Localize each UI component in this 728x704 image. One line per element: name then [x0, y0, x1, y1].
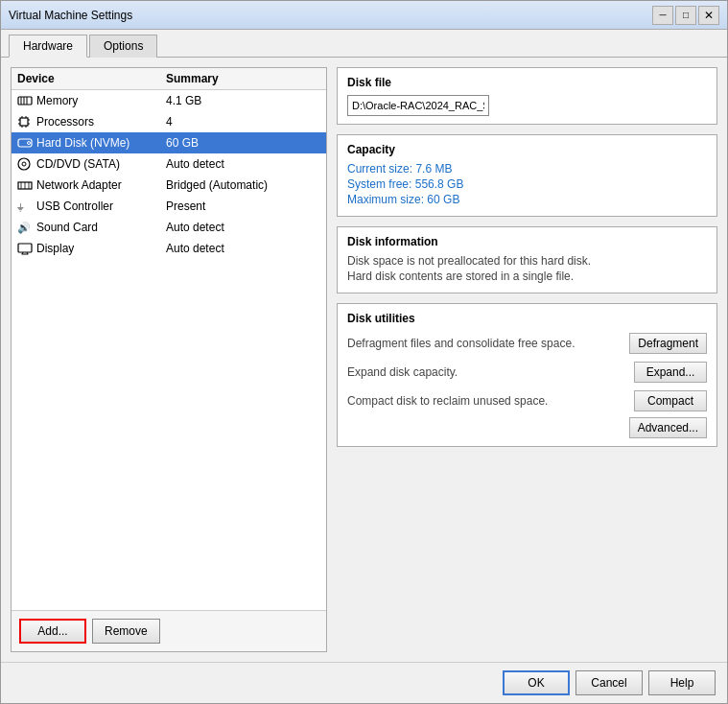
- device-summary-soundcard: Auto detect: [166, 221, 320, 234]
- device-row-usb[interactable]: ⏚ USB Controller Present: [12, 196, 326, 217]
- device-name-harddisk: Hard Disk (NVMe): [36, 136, 166, 150]
- svg-rect-13: [18, 139, 32, 147]
- device-summary-display: Auto detect: [166, 242, 320, 255]
- tab-hardware[interactable]: Hardware: [9, 35, 87, 58]
- system-free-row: System free: 556.8 GB: [347, 177, 707, 191]
- window-title: Virtual Machine Settings: [9, 9, 652, 22]
- col-summary-header: Summary: [166, 72, 320, 85]
- close-button[interactable]: ✕: [698, 6, 719, 25]
- col-device-header: Device: [17, 72, 166, 85]
- max-size-value: 60 GB: [427, 193, 459, 206]
- current-size-row: Current size: 7.6 MB: [347, 162, 707, 176]
- device-list: Memory 4.1 GB Processors 4 Hard Di: [12, 90, 326, 610]
- max-size-label: Maximum size:: [347, 193, 424, 206]
- tab-options[interactable]: Options: [89, 35, 157, 58]
- disk-info-line2: Hard disk contents are stored in a singl…: [347, 270, 707, 283]
- usb-icon: ⏚: [17, 200, 33, 212]
- cdrom-icon: [17, 158, 33, 170]
- svg-point-16: [22, 162, 26, 166]
- cpu-icon: [17, 116, 33, 128]
- device-name-soundcard: Sound Card: [36, 221, 166, 234]
- remove-button[interactable]: Remove: [92, 619, 160, 644]
- device-summary-usb: Present: [166, 199, 320, 213]
- svg-point-15: [18, 158, 30, 170]
- disk-info-line1: Disk space is not preallocated for this …: [347, 254, 707, 268]
- maximize-button[interactable]: □: [675, 6, 696, 25]
- svg-rect-0: [18, 97, 32, 105]
- disk-info-label: Disk information: [347, 235, 707, 248]
- minimize-button[interactable]: ─: [652, 6, 673, 25]
- device-row-memory[interactable]: Memory 4.1 GB: [12, 90, 326, 111]
- defrag-row: Defragment files and consolidate free sp…: [347, 331, 707, 356]
- help-button[interactable]: Help: [648, 670, 716, 695]
- svg-point-14: [28, 142, 31, 145]
- device-row-display[interactable]: Display Auto detect: [12, 238, 326, 259]
- device-name-cddvd: CD/DVD (SATA): [36, 157, 166, 171]
- device-row-cddvd[interactable]: CD/DVD (SATA) Auto detect: [12, 153, 326, 175]
- display-icon: [17, 243, 33, 254]
- system-free-label: System free:: [347, 177, 411, 191]
- capacity-label: Capacity: [347, 143, 707, 156]
- disk-file-label: Disk file: [347, 76, 707, 89]
- device-summary-harddisk: 60 GB: [166, 136, 320, 150]
- title-bar-controls: ─ □ ✕: [652, 6, 719, 25]
- device-name-memory: Memory: [36, 94, 166, 107]
- advanced-row: Advanced...: [347, 417, 707, 438]
- add-button[interactable]: Add...: [19, 619, 86, 644]
- device-name-network: Network Adapter: [36, 178, 166, 192]
- bottom-bar: OK Cancel Help: [1, 662, 727, 703]
- expand-row: Expand disk capacity. Expand...: [347, 360, 707, 385]
- compact-button[interactable]: Compact: [634, 390, 707, 411]
- device-name-display: Display: [36, 242, 166, 255]
- expand-button[interactable]: Expand...: [634, 362, 707, 383]
- hdd-icon: [17, 137, 33, 149]
- expand-label: Expand disk capacity.: [347, 365, 634, 379]
- svg-rect-4: [20, 118, 28, 126]
- memory-icon: [17, 95, 33, 106]
- max-size-row: Maximum size: 60 GB: [347, 193, 707, 206]
- device-summary-cddvd: Auto detect: [166, 157, 320, 171]
- disk-file-section: Disk file: [337, 67, 717, 125]
- system-free-value: 556.8 GB: [415, 177, 464, 191]
- disk-file-input[interactable]: [347, 95, 489, 116]
- device-name-processors: Processors: [36, 115, 166, 129]
- device-row-soundcard[interactable]: 🔊 Sound Card Auto detect: [12, 217, 326, 238]
- right-panel: Disk file Capacity Current size: 7.6 MB …: [337, 67, 717, 652]
- compact-label: Compact disk to reclaim unused space.: [347, 394, 634, 408]
- device-list-panel: Device Summary Memory 4.1 GB Pr: [11, 67, 327, 652]
- disk-utilities-section: Disk utilities Defragment files and cons…: [337, 303, 717, 447]
- device-row-network[interactable]: Network Adapter Bridged (Automatic): [12, 175, 326, 196]
- cancel-button[interactable]: Cancel: [575, 670, 643, 695]
- virtual-machine-settings-window: Virtual Machine Settings ─ □ ✕ Hardware …: [0, 0, 728, 704]
- disk-info-section: Disk information Disk space is not preal…: [337, 226, 717, 293]
- device-summary-processors: 4: [166, 115, 320, 129]
- device-summary-network: Bridged (Automatic): [166, 178, 320, 192]
- compact-row: Compact disk to reclaim unused space. Co…: [347, 388, 707, 413]
- device-row-processors[interactable]: Processors 4: [12, 111, 326, 132]
- network-icon: [17, 179, 33, 191]
- defragment-button[interactable]: Defragment: [629, 333, 707, 354]
- left-panel-footer: Add... Remove: [12, 610, 326, 651]
- tabs-bar: Hardware Options: [1, 30, 727, 58]
- content-area: Device Summary Memory 4.1 GB Pr: [1, 58, 727, 662]
- svg-rect-21: [18, 244, 32, 252]
- current-size-label: Current size:: [347, 162, 412, 176]
- defrag-label: Defragment files and consolidate free sp…: [347, 337, 629, 350]
- ok-button[interactable]: OK: [503, 670, 570, 695]
- disk-utilities-label: Disk utilities: [347, 312, 707, 325]
- device-table-header: Device Summary: [12, 68, 326, 90]
- title-bar: Virtual Machine Settings ─ □ ✕: [1, 1, 727, 30]
- current-size-value: 7.6 MB: [415, 162, 452, 176]
- device-row-harddisk[interactable]: Hard Disk (NVMe) 60 GB: [12, 132, 326, 153]
- sound-icon: 🔊: [17, 222, 33, 233]
- device-summary-memory: 4.1 GB: [166, 94, 320, 107]
- advanced-button[interactable]: Advanced...: [629, 417, 707, 438]
- device-name-usb: USB Controller: [36, 199, 166, 213]
- capacity-section: Capacity Current size: 7.6 MB System fre…: [337, 134, 717, 217]
